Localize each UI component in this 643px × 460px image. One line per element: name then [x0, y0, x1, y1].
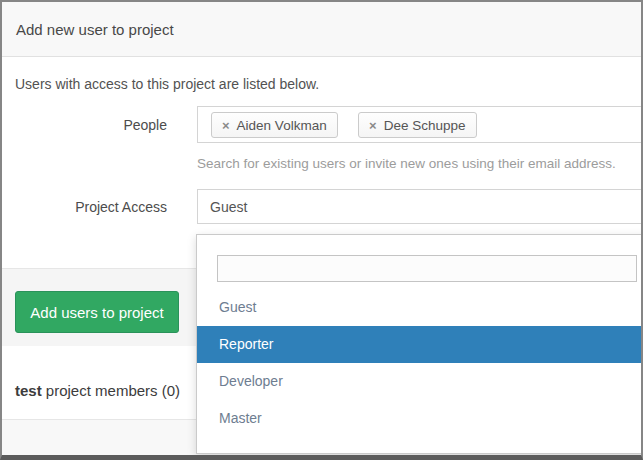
people-help-text: Search for existing users or invite new … [197, 156, 616, 171]
intro-text: Users with access to this project are li… [15, 76, 319, 92]
panel-heading: Add new user to project [2, 2, 641, 57]
remove-token-icon[interactable]: × [222, 118, 230, 133]
members-heading: test project members (0) [15, 382, 180, 399]
dropdown-option-reporter[interactable]: Reporter [197, 326, 643, 363]
project-name: test [15, 382, 42, 399]
selected-access-value: Guest [210, 199, 247, 215]
dropdown-options-list: Guest Reporter Developer Master [197, 289, 643, 437]
remove-token-icon[interactable]: × [369, 118, 377, 133]
token-name: Dee Schuppe [384, 118, 466, 133]
project-access-label: Project Access [2, 199, 167, 215]
dropdown-search-input[interactable] [217, 255, 637, 282]
access-dropdown: Guest Reporter Developer Master [196, 234, 643, 454]
people-label: People [2, 117, 167, 133]
user-token: × Aiden Volkman [211, 112, 338, 138]
project-access-select[interactable]: Guest [197, 189, 643, 224]
people-token-input[interactable]: × Aiden Volkman × Dee Schuppe [197, 106, 643, 143]
dropdown-option-developer[interactable]: Developer [197, 363, 643, 400]
dropdown-option-master[interactable]: Master [197, 400, 643, 437]
add-users-button[interactable]: Add users to project [15, 291, 179, 333]
token-name: Aiden Volkman [237, 118, 327, 133]
members-heading-suffix: project members (0) [42, 382, 180, 399]
panel-title: Add new user to project [16, 21, 174, 38]
add-user-panel: Add new user to project Users with acces… [0, 0, 643, 460]
dropdown-option-guest[interactable]: Guest [197, 289, 643, 326]
user-token: × Dee Schuppe [358, 112, 476, 138]
